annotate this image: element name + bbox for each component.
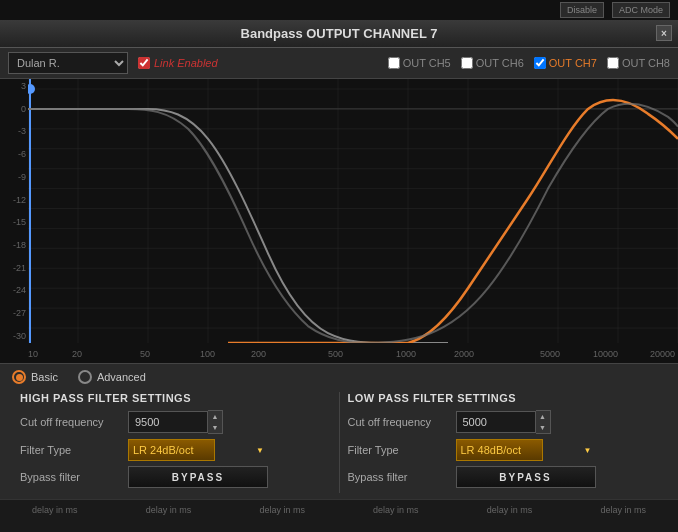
low-pass-bypass-row: Bypass filter BYPASS [348, 466, 659, 488]
low-pass-bypass-button[interactable]: BYPASS [456, 466, 596, 488]
channel-ch5: OUT CH5 [388, 57, 451, 69]
ch6-label: OUT CH6 [476, 57, 524, 69]
basic-mode-label: Basic [31, 371, 58, 383]
low-pass-type-row: Filter Type LR 48dB/oct LR 24dB/oct [348, 439, 659, 461]
status-item-5: delay in ms [576, 505, 670, 515]
status-item-3: delay in ms [349, 505, 443, 515]
advanced-radio[interactable] [78, 370, 92, 384]
status-item-2: delay in ms [235, 505, 329, 515]
x-axis: 10 20 50 100 200 500 1000 2000 5000 1000… [28, 343, 678, 363]
svg-text:20000: 20000 [650, 349, 675, 359]
header-bar: Disable ADC Mode [0, 0, 678, 20]
basic-radio[interactable] [12, 370, 26, 384]
high-pass-panel: HIGH PASS FILTER SETTINGS Cut off freque… [12, 392, 340, 493]
eq-graph[interactable]: 3 0 -3 -6 -9 -12 -15 -18 -21 -24 -27 -30 [0, 79, 678, 364]
high-pass-type-wrapper: LR 24dB/oct LR 12dB/oct [128, 439, 268, 461]
ch8-label: OUT CH8 [622, 57, 670, 69]
advanced-mode-option[interactable]: Advanced [78, 370, 146, 384]
channel-labels: OUT CH5 OUT CH6 OUT CH7 OUT CH8 [388, 57, 670, 69]
svg-text:200: 200 [251, 349, 266, 359]
status-item-1: delay in ms [122, 505, 216, 515]
ch5-label: OUT CH5 [403, 57, 451, 69]
high-pass-cutoff-up[interactable]: ▲ [208, 411, 222, 422]
high-pass-cutoff-spinner: ▲ ▼ [208, 410, 223, 434]
svg-text:100: 100 [200, 349, 215, 359]
grid-area [28, 79, 678, 343]
svg-text:50: 50 [140, 349, 150, 359]
high-pass-type-row: Filter Type LR 24dB/oct LR 12dB/oct [20, 439, 331, 461]
high-pass-bypass-row: Bypass filter BYPASS [20, 466, 331, 488]
link-enabled-label: Link Enabled [154, 57, 218, 69]
low-pass-cutoff-down[interactable]: ▼ [536, 422, 550, 433]
advanced-mode-label: Advanced [97, 371, 146, 383]
high-pass-bypass-button[interactable]: BYPASS [128, 466, 268, 488]
svg-text:1000: 1000 [396, 349, 416, 359]
high-pass-cutoff-down[interactable]: ▼ [208, 422, 222, 433]
channel-ch6: OUT CH6 [461, 57, 524, 69]
high-pass-cutoff-input-container: ▲ ▼ [128, 410, 248, 434]
low-pass-cutoff-input-container: ▲ ▼ [456, 410, 576, 434]
svg-text:5000: 5000 [540, 349, 560, 359]
low-pass-cutoff-label: Cut off frequency [348, 416, 448, 428]
low-pass-cutoff-row: Cut off frequency ▲ ▼ [348, 410, 659, 434]
filter-panels: HIGH PASS FILTER SETTINGS Cut off freque… [12, 392, 666, 493]
low-pass-bypass-label: Bypass filter [348, 471, 448, 483]
status-item-4: delay in ms [463, 505, 557, 515]
svg-text:20: 20 [72, 349, 82, 359]
low-pass-cutoff-spinner: ▲ ▼ [536, 410, 551, 434]
mode-selector: Basic Advanced [12, 370, 666, 384]
preset-select[interactable]: Dulan R. [8, 52, 128, 74]
ch5-checkbox[interactable] [388, 57, 400, 69]
low-pass-type-label: Filter Type [348, 444, 448, 456]
low-pass-cutoff-input[interactable] [456, 411, 536, 433]
top-controls: Dulan R. Link Enabled OUT CH5 OUT CH6 OU… [0, 48, 678, 79]
link-enabled-checkbox[interactable] [138, 57, 150, 69]
status-bar: delay in ms delay in ms delay in ms dela… [0, 499, 678, 519]
window-title: Bandpass OUTPUT CHANNEL 7 [241, 26, 438, 41]
ch7-checkbox[interactable] [534, 57, 546, 69]
low-pass-cutoff-up[interactable]: ▲ [536, 411, 550, 422]
ch8-checkbox[interactable] [607, 57, 619, 69]
high-pass-cutoff-row: Cut off frequency ▲ ▼ [20, 410, 331, 434]
svg-point-26 [28, 84, 35, 94]
close-button[interactable]: × [656, 25, 672, 41]
high-pass-bypass-label: Bypass filter [20, 471, 120, 483]
high-pass-type-label: Filter Type [20, 444, 120, 456]
high-pass-cutoff-input[interactable] [128, 411, 208, 433]
low-pass-panel: LOW PASS FILTER SETTINGS Cut off frequen… [340, 392, 667, 493]
svg-text:2000: 2000 [454, 349, 474, 359]
y-axis: 3 0 -3 -6 -9 -12 -15 -18 -21 -24 -27 -30 [0, 79, 28, 343]
adc-mode-button[interactable]: ADC Mode [612, 2, 670, 18]
ch6-checkbox[interactable] [461, 57, 473, 69]
high-pass-type-select[interactable]: LR 24dB/oct LR 12dB/oct [128, 439, 215, 461]
svg-text:10000: 10000 [593, 349, 618, 359]
high-pass-cutoff-label: Cut off frequency [20, 416, 120, 428]
title-bar: Bandpass OUTPUT CHANNEL 7 × [0, 20, 678, 48]
bottom-controls: Basic Advanced HIGH PASS FILTER SETTINGS… [0, 364, 678, 499]
channel-ch8: OUT CH8 [607, 57, 670, 69]
basic-mode-option[interactable]: Basic [12, 370, 58, 384]
low-pass-title: LOW PASS FILTER SETTINGS [348, 392, 659, 404]
disable-button[interactable]: Disable [560, 2, 604, 18]
high-pass-title: HIGH PASS FILTER SETTINGS [20, 392, 331, 404]
low-pass-type-wrapper: LR 48dB/oct LR 24dB/oct [456, 439, 596, 461]
low-pass-type-select[interactable]: LR 48dB/oct LR 24dB/oct [456, 439, 543, 461]
svg-text:10: 10 [28, 349, 38, 359]
channel-ch7: OUT CH7 [534, 57, 597, 69]
link-enabled-container: Link Enabled [138, 57, 218, 69]
ch7-label: OUT CH7 [549, 57, 597, 69]
svg-text:500: 500 [328, 349, 343, 359]
status-item-0: delay in ms [8, 505, 102, 515]
